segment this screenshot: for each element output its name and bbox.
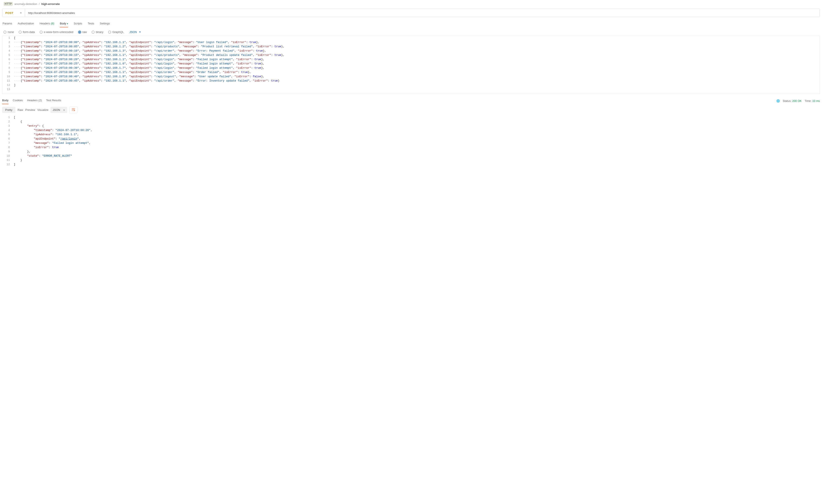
tab-headers-count: (8) [51, 22, 54, 25]
response-tab-body[interactable]: Body [2, 98, 9, 104]
url-input[interactable]: http://localhost:8080/detect-anomalies [25, 9, 820, 17]
tab-body[interactable]: Body • [60, 21, 68, 27]
status-label: Status: [783, 99, 791, 102]
radio-urlencoded[interactable]: x-www-form-urlencoded [40, 30, 73, 34]
chevron-down-icon: ▼ [139, 31, 141, 33]
response-view-preview[interactable]: Preview [25, 108, 35, 111]
tab-settings[interactable]: Settings [100, 21, 110, 27]
request-body-editor[interactable]: 1[2····{"timestamp":·"2024-07-20T10:00:0… [2, 36, 820, 94]
tab-scripts[interactable]: Scripts [74, 21, 82, 27]
radio-none[interactable]: none [3, 30, 14, 34]
status-value: 200 OK [792, 99, 802, 102]
response-tab-headers[interactable]: Headers (2) [27, 98, 42, 104]
request-url-bar: POST ▼ http://localhost:8080/detect-anom… [2, 9, 820, 17]
breadcrumb-collection[interactable]: anomaly-detection [14, 2, 37, 6]
radio-form-data[interactable]: form-data [19, 30, 35, 34]
radio-urlencoded-label: x-www-form-urlencoded [44, 30, 73, 34]
tab-body-label: Body [60, 22, 66, 25]
wrap-lines-icon[interactable] [69, 107, 77, 113]
response-tabs: Body Cookies Headers (2) Test Results [2, 98, 61, 104]
raw-language-select[interactable]: JSON ▼ [129, 30, 141, 34]
radio-form-data-label: form-data [23, 30, 35, 34]
chevron-down-icon: ▼ [63, 109, 65, 111]
globe-icon[interactable]: 🌐 [776, 99, 780, 102]
body-type-row: none form-data x-www-form-urlencoded raw… [2, 30, 820, 34]
breadcrumb-current: high-errorrate [41, 2, 60, 6]
radio-graphql[interactable]: GraphQL [108, 30, 124, 34]
http-badge-icon: HTTP [4, 2, 13, 6]
request-tabs: Params Authorization Headers (8) Body • … [2, 21, 820, 27]
raw-language-label: JSON [129, 30, 137, 34]
radio-binary[interactable]: binary [92, 30, 103, 34]
tab-headers-label: Headers [40, 22, 50, 25]
response-format-select[interactable]: JSON ▼ [50, 107, 67, 113]
time-value: 10 ms [812, 99, 820, 102]
http-method-label: POST [5, 11, 13, 15]
radio-binary-label: binary [96, 30, 103, 34]
response-tab-test-results[interactable]: Test Results [46, 98, 61, 104]
response-view-visualize[interactable]: Visualize [37, 108, 48, 111]
tab-tests[interactable]: Tests [88, 21, 94, 27]
http-method-select[interactable]: POST ▼ [2, 9, 25, 17]
breadcrumb-separator: / [39, 2, 40, 6]
response-toolbar: Pretty Raw Preview Visualize JSON ▼ [2, 107, 820, 113]
chevron-down-icon: ▼ [20, 12, 22, 14]
breadcrumb: HTTP anomaly-detection / high-errorrate [2, 2, 820, 6]
radio-none-label: none [8, 30, 14, 34]
radio-graphql-label: GraphQL [112, 30, 124, 34]
response-format-label: JSON [53, 108, 60, 111]
response-view-raw[interactable]: Raw [18, 108, 23, 111]
response-tab-cookies[interactable]: Cookies [13, 98, 23, 104]
radio-raw-label: raw [82, 30, 87, 34]
modified-dot-icon: • [67, 22, 68, 25]
tab-authorization[interactable]: Authorization [18, 21, 34, 27]
response-bar: Body Cookies Headers (2) Test Results 🌐 … [2, 98, 820, 104]
tab-params[interactable]: Params [3, 21, 12, 27]
response-view-pretty[interactable]: Pretty [2, 107, 15, 113]
response-tab-headers-label: Headers [27, 99, 38, 102]
radio-raw[interactable]: raw [78, 30, 87, 34]
tab-headers[interactable]: Headers (8) [40, 21, 54, 27]
response-tab-headers-count: (2) [38, 99, 42, 102]
response-status: 🌐 Status: 200 OK Time: 10 ms [776, 99, 820, 102]
time-label: Time: [805, 99, 812, 102]
response-body-viewer[interactable]: 1[2 {3 "entry": {4 "timestamp": "2024-07… [2, 115, 820, 167]
